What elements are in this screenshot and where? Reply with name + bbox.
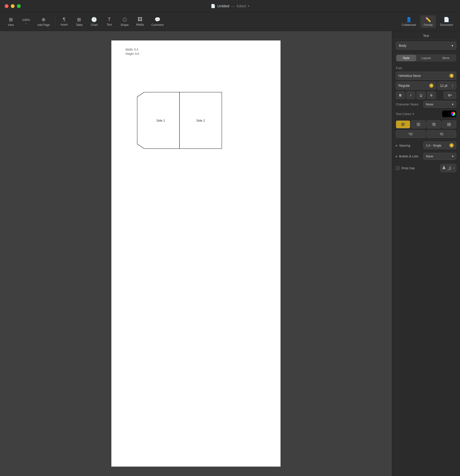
- decrease-indent-icon: [409, 132, 413, 136]
- chart-label: Chart: [91, 23, 98, 26]
- document-icon: 📄: [211, 4, 215, 8]
- shape-button[interactable]: ⬡ Shape: [117, 15, 132, 28]
- para-style-dropdown[interactable]: Body ▾: [396, 42, 456, 50]
- page-height: Height: 8.6: [125, 52, 139, 56]
- font-section-label: Font: [392, 64, 460, 71]
- table-button[interactable]: ⊞ Table: [72, 15, 86, 28]
- format-button[interactable]: ✏️ Format: [420, 15, 436, 28]
- title-chevron[interactable]: ▾: [248, 4, 249, 8]
- media-label: Media: [136, 23, 144, 26]
- align-center-icon: [416, 123, 420, 126]
- spacing-text: Spacing: [399, 144, 410, 147]
- bullets-select[interactable]: None ▾: [423, 153, 456, 160]
- font-size-stepper[interactable]: ▲▼: [452, 84, 454, 88]
- bullets-chevron: ▶: [396, 155, 398, 158]
- panel-header: Text: [392, 31, 460, 40]
- bold-button[interactable]: B: [396, 92, 405, 99]
- chart-button[interactable]: 🕐 Chart: [87, 15, 101, 28]
- font-style-select[interactable]: Regular ⇅: [396, 82, 436, 90]
- minimize-button[interactable]: [11, 4, 15, 8]
- text-label: Text: [107, 23, 112, 26]
- text-style-tabs: Style Layout More: [396, 54, 456, 62]
- zoom-button[interactable]: 100% ▾: [19, 17, 33, 26]
- spacing-value: 1.0 - Single: [426, 144, 442, 147]
- toolbar-divider-1: [55, 17, 55, 26]
- traffic-lights: [5, 4, 21, 8]
- drop-cap-checkbox[interactable]: [396, 166, 400, 170]
- page: Width: 5.4 Height: 8.6 Side 1: [111, 41, 280, 467]
- char-styles-value: None: [426, 102, 433, 106]
- align-left-icon: [401, 123, 405, 126]
- format-icon: ✏️: [425, 17, 431, 22]
- insert-icon: ¶: [63, 17, 66, 22]
- underline-button[interactable]: U: [417, 92, 426, 99]
- increase-indent-button[interactable]: [427, 130, 456, 138]
- right-panel: Text Body ▾ Style Layout More Font Helve…: [392, 31, 460, 476]
- font-name-select[interactable]: Helvetica Neue ⇅: [396, 72, 456, 80]
- add-page-button[interactable]: ⊕ Add Page: [34, 15, 53, 28]
- format-label: Format: [424, 23, 433, 26]
- maximize-button[interactable]: [17, 4, 21, 8]
- main-content: Width: 5.4 Height: 8.6 Side 1: [0, 31, 460, 476]
- titlebar: 📄 Untitled — Edited ▾: [0, 0, 460, 12]
- zoom-chevron: ▾: [25, 23, 26, 25]
- collaborate-button[interactable]: 👤 Collaborate: [398, 15, 419, 28]
- media-button[interactable]: 🖼 Media: [133, 15, 147, 28]
- font-size-control[interactable]: 11 pt ▲▼: [437, 82, 456, 90]
- comment-button[interactable]: 💬 Comment: [148, 15, 167, 28]
- table-label: Table: [76, 23, 83, 26]
- spacing-row[interactable]: ▶ Spacing 1.0 - Single ⇅: [392, 140, 460, 151]
- tab-style[interactable]: Style: [396, 55, 416, 61]
- align-right-button[interactable]: [427, 120, 441, 128]
- strikethrough-button[interactable]: S: [427, 92, 436, 99]
- comment-icon: 💬: [155, 17, 160, 22]
- page-width: Width: 5.4: [125, 48, 139, 52]
- page-dimensions: Width: 5.4 Height: 8.6: [125, 48, 139, 56]
- text-colour-swatch[interactable]: [442, 110, 456, 117]
- shape-icon: ⬡: [123, 17, 127, 22]
- title-text: Untitled: [217, 4, 229, 8]
- text-effects-chevron: ▾: [451, 94, 452, 96]
- tab-layout[interactable]: Layout: [416, 55, 436, 61]
- tab-more[interactable]: More: [436, 55, 456, 61]
- bullets-row[interactable]: ▶ Bullets & Lists None ▾: [392, 151, 460, 162]
- document-icon: 📄: [444, 17, 449, 22]
- font-name-value: Helvetica Neue: [398, 74, 421, 78]
- close-button[interactable]: [5, 4, 8, 8]
- insert-button[interactable]: ¶ Insert: [57, 15, 71, 28]
- document-button[interactable]: 📄 Document: [437, 15, 456, 28]
- text-icon: T: [108, 17, 111, 22]
- window-title: 📄 Untitled — Edited ▾: [211, 4, 249, 8]
- media-icon: 🖼: [138, 17, 142, 22]
- decrease-indent-button[interactable]: [396, 130, 426, 138]
- increase-indent-icon: [439, 132, 444, 136]
- view-button[interactable]: ⊞ View: [4, 15, 18, 28]
- drop-cap-style-select[interactable]: A ▾: [440, 164, 456, 172]
- colour-picker-icon: [451, 112, 455, 116]
- font-style-value: Regular: [398, 84, 410, 87]
- zoom-icon: 100%: [22, 18, 30, 22]
- view-label: View: [8, 23, 14, 26]
- shape-container[interactable]: Side 1 Side 2: [135, 87, 224, 156]
- drop-cap-lines-icon: [447, 166, 452, 170]
- italic-button[interactable]: I: [406, 92, 415, 99]
- add-page-icon: ⊕: [41, 17, 46, 22]
- text-colour-row: Text Colour ⇅: [392, 109, 460, 119]
- font-size-value: 11 pt: [440, 84, 447, 87]
- font-name-row: Helvetica Neue ⇅: [392, 71, 460, 81]
- align-left-button[interactable]: [396, 120, 410, 128]
- font-controls-row: Regular ⇅ 11 pt ▲▼: [392, 81, 460, 91]
- text-button[interactable]: T Text: [102, 15, 116, 28]
- font-style-arrow: ⇅: [429, 84, 434, 88]
- toolbar-right: 👤 Collaborate ✏️ Format 📄 Document: [398, 15, 456, 28]
- align-justify-button[interactable]: [442, 120, 456, 128]
- char-styles-select[interactable]: None ▾: [423, 101, 456, 108]
- collaborate-icon: 👤: [406, 17, 412, 22]
- align-justify-icon: [447, 123, 451, 126]
- bullets-chevron-right: ▾: [452, 154, 454, 158]
- canvas-area[interactable]: Width: 5.4 Height: 8.6 Side 1: [0, 31, 392, 476]
- text-effects-button[interactable]: ⚙ ▾: [444, 92, 456, 99]
- spacing-select[interactable]: 1.0 - Single ⇅: [423, 142, 456, 149]
- align-center-button[interactable]: [411, 120, 426, 128]
- text-effects-icon: ⚙: [448, 93, 451, 97]
